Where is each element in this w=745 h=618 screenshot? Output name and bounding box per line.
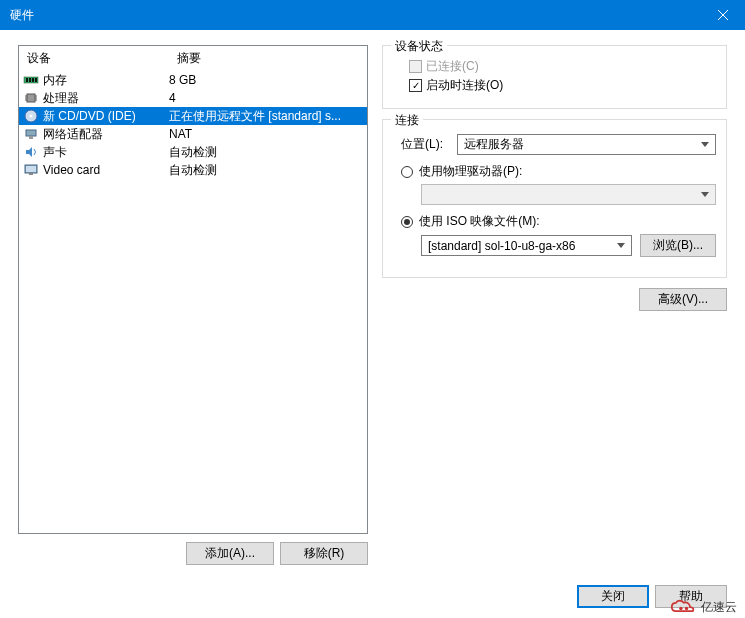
location-row: 位置(L): 远程服务器	[401, 134, 716, 155]
svg-rect-3	[26, 78, 28, 82]
dialog-footer: 关闭 帮助	[577, 585, 727, 608]
connect-at-power-on-row[interactable]: 启动时连接(O)	[409, 77, 716, 94]
device-label: 内存	[43, 72, 67, 89]
iso-file-select[interactable]: [standard] sol-10-u8-ga-x86	[421, 235, 632, 256]
connected-checkbox	[409, 60, 422, 73]
location-label: 位置(L):	[401, 136, 451, 153]
svg-point-15	[30, 115, 33, 118]
close-button[interactable]	[700, 0, 745, 30]
device-label: 声卡	[43, 144, 67, 161]
close-icon	[718, 10, 728, 20]
device-label: 处理器	[43, 90, 79, 107]
svg-rect-16	[26, 130, 36, 136]
device-status-group: 设备状态 已连接(C) 启动时连接(O)	[382, 45, 727, 109]
list-header: 设备 摘要	[19, 46, 367, 71]
connected-label: 已连接(C)	[426, 58, 479, 75]
list-item-cddvd[interactable]: 新 CD/DVD (IDE) 正在使用远程文件 [standard] s...	[19, 107, 367, 125]
device-summary: 自动检测	[169, 162, 363, 179]
device-list: 设备 摘要 内存 8 GB 处理器 4 新 C	[18, 45, 368, 534]
right-pane: 设备状态 已连接(C) 启动时连接(O) 连接 位置(L): 远程服务器 使用物…	[382, 45, 727, 565]
cpu-icon	[23, 90, 39, 106]
help-button[interactable]: 帮助	[655, 585, 727, 608]
svg-rect-4	[29, 78, 31, 82]
connection-group: 连接 位置(L): 远程服务器 使用物理驱动器(P): 使用 ISO 映像文件(…	[382, 119, 727, 278]
close-dialog-button[interactable]: 关闭	[577, 585, 649, 608]
device-summary: 4	[169, 91, 363, 105]
iso-file-row: [standard] sol-10-u8-ga-x86 浏览(B)...	[421, 234, 716, 257]
location-select[interactable]: 远程服务器	[457, 134, 716, 155]
header-device: 设备	[27, 50, 177, 67]
device-label: 网络适配器	[43, 126, 103, 143]
header-summary: 摘要	[177, 50, 359, 67]
svg-rect-5	[32, 78, 34, 82]
device-summary: NAT	[169, 127, 363, 141]
device-summary: 8 GB	[169, 73, 363, 87]
network-icon	[23, 126, 39, 142]
use-physical-row[interactable]: 使用物理驱动器(P):	[401, 163, 716, 180]
svg-rect-19	[26, 166, 36, 172]
device-summary: 正在使用远程文件 [standard] s...	[169, 108, 363, 125]
connect-at-power-on-label: 启动时连接(O)	[426, 77, 503, 94]
add-button[interactable]: 添加(A)...	[186, 542, 274, 565]
cd-icon	[23, 108, 39, 124]
left-pane: 设备 摘要 内存 8 GB 处理器 4 新 C	[18, 45, 368, 565]
title-bar: 硬件	[0, 0, 745, 30]
location-value: 远程服务器	[464, 136, 524, 153]
window-title: 硬件	[10, 7, 34, 24]
connect-at-power-on-checkbox	[409, 79, 422, 92]
svg-rect-6	[35, 78, 37, 82]
advanced-button[interactable]: 高级(V)...	[639, 288, 727, 311]
device-label: Video card	[43, 163, 100, 177]
video-icon	[23, 162, 39, 178]
browse-button[interactable]: 浏览(B)...	[640, 234, 716, 257]
use-physical-label: 使用物理驱动器(P):	[419, 163, 522, 180]
device-status-title: 设备状态	[391, 38, 447, 55]
device-label: 新 CD/DVD (IDE)	[43, 108, 136, 125]
connected-checkbox-row[interactable]: 已连接(C)	[409, 58, 716, 75]
svg-rect-20	[29, 173, 33, 175]
iso-file-value: [standard] sol-10-u8-ga-x86	[428, 239, 575, 253]
svg-rect-7	[27, 94, 35, 102]
memory-icon	[23, 72, 39, 88]
list-item-sound[interactable]: 声卡 自动检测	[19, 143, 367, 161]
sound-icon	[23, 144, 39, 160]
physical-drive-select-row	[421, 184, 716, 205]
use-iso-label: 使用 ISO 映像文件(M):	[419, 213, 540, 230]
list-item-network[interactable]: 网络适配器 NAT	[19, 125, 367, 143]
use-iso-row[interactable]: 使用 ISO 映像文件(M):	[401, 213, 716, 230]
connection-title: 连接	[391, 112, 423, 129]
device-summary: 自动检测	[169, 144, 363, 161]
list-item-memory[interactable]: 内存 8 GB	[19, 71, 367, 89]
list-item-video[interactable]: Video card 自动检测	[19, 161, 367, 179]
use-physical-radio	[401, 166, 413, 178]
dialog-content: 设备 摘要 内存 8 GB 处理器 4 新 C	[0, 30, 745, 575]
list-item-cpu[interactable]: 处理器 4	[19, 89, 367, 107]
use-iso-radio	[401, 216, 413, 228]
svg-rect-17	[29, 136, 33, 139]
remove-button[interactable]: 移除(R)	[280, 542, 368, 565]
device-list-buttons: 添加(A)... 移除(R)	[18, 542, 368, 565]
physical-drive-select	[421, 184, 716, 205]
advanced-row: 高级(V)...	[382, 288, 727, 311]
